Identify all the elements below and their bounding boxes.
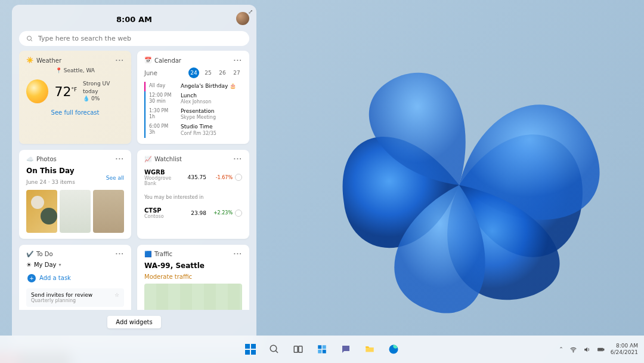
photos-icon: ☁️ bbox=[26, 156, 33, 163]
more-icon[interactable]: ··· bbox=[234, 156, 242, 162]
weather-icon: ☀️ bbox=[26, 57, 33, 64]
more-icon[interactable]: ··· bbox=[116, 57, 124, 64]
avatar[interactable] bbox=[236, 12, 249, 25]
stocks-icon: 📈 bbox=[144, 156, 151, 163]
traffic-widget[interactable]: 🟦Traffic··· WA-99, Seattle Moderate traf… bbox=[137, 245, 249, 310]
star-icon[interactable]: ☆ bbox=[114, 292, 119, 303]
more-icon[interactable]: ··· bbox=[234, 57, 242, 64]
calendar-day[interactable]: 24 bbox=[188, 67, 199, 78]
traffic-map bbox=[144, 284, 242, 310]
expand-icon[interactable]: ⤢ bbox=[248, 8, 253, 15]
search-input[interactable]: Type here to search the web bbox=[19, 31, 249, 46]
search-button[interactable] bbox=[264, 339, 284, 359]
photos-widget[interactable]: ☁️Photos··· On This Day June 24 · 33 ite… bbox=[19, 150, 131, 239]
plus-icon: + bbox=[27, 274, 36, 282]
svg-point-2 bbox=[270, 345, 277, 352]
todo-icon: ✔️ bbox=[26, 251, 33, 258]
see-all-link[interactable]: See all bbox=[106, 175, 124, 181]
calendar-icon: 📅 bbox=[144, 57, 151, 64]
calendar-day[interactable]: 25 bbox=[203, 67, 213, 78]
chat-button[interactable] bbox=[336, 339, 356, 359]
svg-rect-5 bbox=[299, 346, 302, 353]
svg-rect-8 bbox=[318, 350, 321, 353]
svg-rect-9 bbox=[323, 350, 326, 353]
more-icon[interactable]: ··· bbox=[116, 156, 124, 162]
calendar-widget[interactable]: 📅Calendar··· June24252627 All dayAngela'… bbox=[137, 51, 249, 144]
calendar-event[interactable]: 12:00 PM30 minLunchAlex Johnson bbox=[144, 91, 242, 107]
calendar-day[interactable]: 27 bbox=[231, 67, 242, 78]
calendar-day[interactable]: 26 bbox=[217, 67, 228, 78]
battery-icon[interactable] bbox=[597, 346, 605, 353]
edge-button[interactable] bbox=[383, 339, 404, 359]
svg-line-1 bbox=[31, 39, 33, 41]
svg-point-0 bbox=[27, 36, 32, 40]
forecast-link[interactable]: See full forecast bbox=[26, 109, 124, 116]
taskbar: ⌃ 8:00 AM6/24/2021 bbox=[0, 336, 644, 363]
sun-icon bbox=[26, 79, 48, 103]
svg-rect-7 bbox=[323, 345, 326, 349]
widgets-button[interactable] bbox=[312, 339, 332, 359]
svg-rect-14 bbox=[599, 349, 603, 350]
panel-time: 8:00 AM bbox=[116, 15, 152, 24]
add-task-button[interactable]: +Add a task bbox=[26, 272, 124, 285]
taskview-button[interactable] bbox=[288, 339, 308, 359]
more-icon[interactable]: ··· bbox=[234, 251, 242, 257]
system-tray[interactable]: ⌃ 8:00 AM6/24/2021 bbox=[559, 343, 638, 356]
svg-rect-6 bbox=[318, 345, 321, 349]
traffic-icon: 🟦 bbox=[144, 251, 151, 258]
wifi-icon[interactable] bbox=[569, 346, 577, 353]
calendar-event[interactable]: 1:30 PM1hPresentationSkype Meeting bbox=[144, 107, 242, 122]
more-icon[interactable]: ··· bbox=[116, 251, 124, 257]
task-item[interactable]: Send invites for reviewQuarterly plannin… bbox=[26, 288, 124, 307]
svg-line-3 bbox=[275, 350, 278, 353]
svg-point-11 bbox=[573, 351, 574, 352]
stock-row[interactable]: CTSPContoso23.98+2.23% bbox=[144, 205, 242, 222]
todo-widget[interactable]: ✔️To Do··· ☀ My Day +Add a task Send inv… bbox=[19, 245, 131, 310]
start-button[interactable] bbox=[240, 339, 261, 359]
taskbar-clock[interactable]: 8:00 AM6/24/2021 bbox=[611, 343, 638, 356]
weather-temp: 72°F bbox=[54, 84, 77, 99]
search-icon bbox=[26, 35, 33, 42]
add-widgets-button[interactable]: Add widgets bbox=[107, 316, 160, 328]
stock-row[interactable]: WGRBWoodgrove Bank435.75-1.67% bbox=[144, 167, 242, 189]
svg-rect-4 bbox=[294, 346, 298, 353]
volume-icon[interactable] bbox=[583, 346, 591, 353]
chevron-up-icon[interactable]: ⌃ bbox=[559, 346, 564, 352]
weather-widget[interactable]: ☀️Weather··· 📍 Seattle, WA 72°F Strong U… bbox=[19, 51, 131, 144]
calendar-event[interactable]: 6:00 PM3hStudio TimeConf Rm 32/35 bbox=[144, 122, 242, 138]
watchlist-widget[interactable]: 📈Watchlist··· WGRBWoodgrove Bank435.75-1… bbox=[137, 150, 249, 239]
todo-list-picker[interactable]: ☀ My Day bbox=[26, 262, 124, 268]
calendar-event[interactable]: All dayAngela's Birthday 🎂 bbox=[144, 82, 242, 91]
svg-rect-13 bbox=[603, 349, 604, 350]
explorer-button[interactable] bbox=[360, 339, 380, 359]
widgets-panel: ⤢ 8:00 AM Type here to search the web ☀️… bbox=[12, 5, 256, 350]
